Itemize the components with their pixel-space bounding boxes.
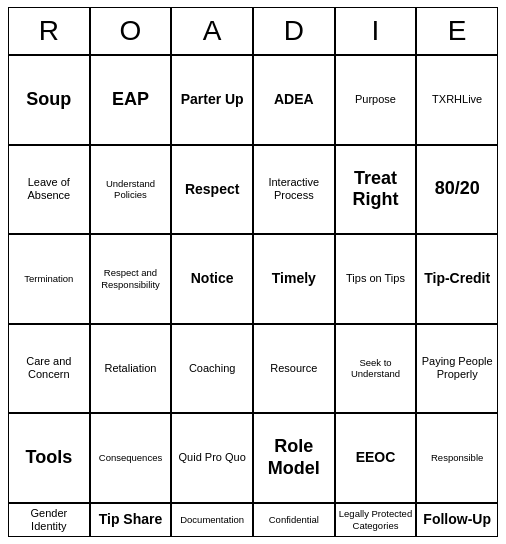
cell-r3-c4: Seek to Understand [335,324,417,414]
cell-r1-c1: Understand Policies [90,145,172,235]
cell-r3-c5: Paying People Properly [416,324,498,414]
cell-r1-c0: Leave of Absence [8,145,90,235]
cell-r0-c3: ADEA [253,55,335,145]
cell-r2-c4: Tips on Tips [335,234,417,324]
header-letter-D: D [253,7,335,55]
cell-r3-c1: Retaliation [90,324,172,414]
cell-r2-c0: Termination [8,234,90,324]
cell-r4-c0: Tools [8,413,90,503]
header-letter-A: A [171,7,253,55]
cell-r3-c2: Coaching [171,324,253,414]
cell-r2-c5: Tip-Credit [416,234,498,324]
header-letter-I: I [335,7,417,55]
cell-r2-c2: Notice [171,234,253,324]
cell-r0-c5: TXRHLive [416,55,498,145]
cell-r1-c3: Interactive Process [253,145,335,235]
cell-r5-c1: Tip Share [90,503,172,537]
cell-r1-c4: Treat Right [335,145,417,235]
cell-r0-c1: EAP [90,55,172,145]
cell-r5-c0: Gender Identity [8,503,90,537]
cell-r4-c4: EEOC [335,413,417,503]
cell-r4-c2: Quid Pro Quo [171,413,253,503]
cell-r0-c0: Soup [8,55,90,145]
bingo-grid: SoupEAPParter UpADEAPurposeTXRHLiveLeave… [8,55,498,537]
header-letter-O: O [90,7,172,55]
header-letter-R: R [8,7,90,55]
cell-r3-c3: Resource [253,324,335,414]
cell-r0-c4: Purpose [335,55,417,145]
cell-r2-c1: Respect and Responsibility [90,234,172,324]
cell-r5-c4: Legally Protected Categories [335,503,417,537]
cell-r1-c5: 80/20 [416,145,498,235]
cell-r5-c3: Confidential [253,503,335,537]
cell-r0-c2: Parter Up [171,55,253,145]
bingo-card: ROADIE SoupEAPParter UpADEAPurposeTXRHLi… [8,7,498,537]
cell-r2-c3: Timely [253,234,335,324]
bingo-header: ROADIE [8,7,498,55]
header-letter-E: E [416,7,498,55]
cell-r3-c0: Care and Concern [8,324,90,414]
cell-r4-c1: Consequences [90,413,172,503]
cell-r4-c3: Role Model [253,413,335,503]
cell-r5-c5: Follow-Up [416,503,498,537]
cell-r5-c2: Documentation [171,503,253,537]
cell-r4-c5: Responsible [416,413,498,503]
cell-r1-c2: Respect [171,145,253,235]
